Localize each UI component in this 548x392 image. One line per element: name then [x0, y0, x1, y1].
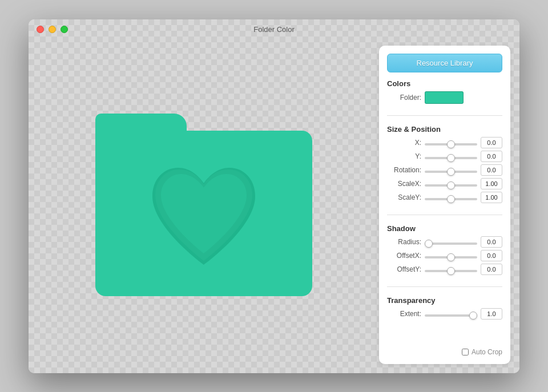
folder-body	[95, 131, 312, 296]
size-position-label: Size & Position	[387, 125, 502, 134]
radius-row: Radius: 0.0	[387, 236, 502, 248]
controls-panel: Resource Library Colors Folder: Size & P…	[379, 46, 510, 364]
auto-crop-label: Auto Crop	[472, 348, 502, 356]
divider-3	[387, 286, 502, 287]
rotation-slider[interactable]	[425, 171, 477, 173]
close-button[interactable]	[37, 26, 44, 33]
titlebar: Folder Color	[29, 19, 519, 40]
scalex-value: 1.00	[481, 178, 502, 189]
maximize-button[interactable]	[61, 26, 68, 33]
scaley-slider[interactable]	[425, 198, 477, 200]
colors-section: Colors Folder:	[387, 79, 502, 106]
rotation-value: 0.0	[481, 164, 502, 176]
x-row: X: 0.0	[387, 137, 502, 148]
extent-slider-container	[425, 309, 477, 319]
offsetx-row: OffsetX: 0.0	[387, 250, 502, 261]
offsetx-label: OffsetX:	[387, 252, 421, 260]
content-area: Resource Library Colors Folder: Size & P…	[29, 40, 519, 373]
resource-library-button[interactable]: Resource Library	[387, 54, 502, 72]
rotation-label: Rotation:	[387, 166, 421, 174]
traffic-lights	[37, 26, 68, 33]
auto-crop-checkbox[interactable]	[462, 349, 469, 355]
scalex-slider[interactable]	[425, 184, 477, 187]
scalex-label: ScaleX:	[387, 180, 421, 188]
y-value: 0.0	[481, 151, 502, 162]
radius-slider-container	[425, 237, 477, 247]
folder-color-row: Folder:	[387, 91, 502, 104]
offsety-row: OffsetY: 0.0	[387, 264, 502, 275]
radius-slider[interactable]	[425, 243, 477, 245]
rotation-row: Rotation: 0.0	[387, 164, 502, 176]
folder-icon	[95, 114, 312, 296]
radius-label: Radius:	[387, 238, 421, 246]
size-position-section: Size & Position X: 0.0 Y: 0.0 Ro	[387, 125, 502, 205]
preview-panel	[38, 46, 370, 364]
main-window: Folder Color	[29, 19, 519, 373]
offsetx-value: 0.0	[481, 250, 502, 261]
y-slider-container	[425, 151, 477, 161]
y-label: Y:	[387, 152, 421, 160]
scalex-row: ScaleX: 1.00	[387, 178, 502, 189]
extent-label: Extent:	[387, 310, 421, 318]
x-value: 0.0	[481, 137, 502, 148]
heart-container	[141, 159, 267, 279]
divider-2	[387, 215, 502, 215]
rotation-slider-container	[425, 165, 477, 175]
offsety-slider-container	[425, 264, 477, 274]
y-slider[interactable]	[425, 157, 477, 159]
colors-label: Colors	[387, 79, 502, 88]
offsety-value: 0.0	[481, 264, 502, 275]
scaley-label: ScaleY:	[387, 193, 421, 201]
folder-label: Folder:	[387, 94, 421, 102]
extent-value: 1.0	[481, 308, 502, 320]
minimize-button[interactable]	[49, 26, 56, 33]
divider-1	[387, 115, 502, 116]
folder-color-swatch[interactable]	[425, 91, 464, 104]
radius-value: 0.0	[481, 236, 502, 248]
scaley-slider-container	[425, 192, 477, 203]
extent-row: Extent: 1.0	[387, 308, 502, 320]
extent-slider[interactable]	[425, 314, 477, 317]
x-label: X:	[387, 139, 421, 147]
shadow-label: Shadow	[387, 224, 502, 233]
auto-crop-row: Auto Crop	[387, 348, 502, 356]
shadow-section: Shadow Radius: 0.0 OffsetX: 0.0	[387, 224, 502, 277]
transparency-label: Transparency	[387, 296, 502, 305]
scaley-row: ScaleY: 1.00	[387, 192, 502, 203]
offsetx-slider-container	[425, 250, 477, 261]
window-title: Folder Color	[253, 25, 295, 34]
transparency-section: Transparency Extent: 1.0	[387, 296, 502, 322]
offsety-label: OffsetY:	[387, 265, 421, 273]
scalex-slider-container	[425, 179, 477, 189]
offsetx-slider[interactable]	[425, 256, 477, 258]
offsety-slider[interactable]	[425, 270, 477, 272]
heart-icon	[141, 159, 267, 279]
x-slider[interactable]	[425, 143, 477, 146]
scaley-value: 1.00	[481, 192, 502, 203]
x-slider-container	[425, 138, 477, 148]
y-row: Y: 0.0	[387, 151, 502, 162]
